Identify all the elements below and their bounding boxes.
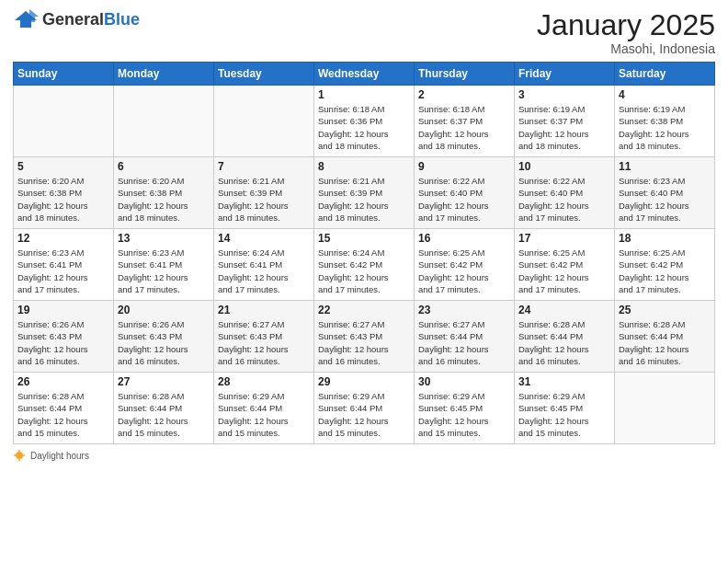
day-info: Sunrise: 6:20 AM Sunset: 6:38 PM Dayligh… xyxy=(17,175,109,224)
page: GeneralBlue January 2025 Masohi, Indones… xyxy=(0,0,728,563)
weekday-header-row: SundayMondayTuesdayWednesdayThursdayFrid… xyxy=(14,63,715,86)
calendar-cell: 19Sunrise: 6:26 AM Sunset: 6:43 PM Dayli… xyxy=(14,301,114,373)
day-info: Sunrise: 6:29 AM Sunset: 6:45 PM Dayligh… xyxy=(518,390,610,439)
sun-icon xyxy=(13,449,26,462)
calendar-cell: 3Sunrise: 6:19 AM Sunset: 6:37 PM Daylig… xyxy=(515,86,615,157)
day-info: Sunrise: 6:27 AM Sunset: 6:44 PM Dayligh… xyxy=(418,318,510,367)
day-number: 4 xyxy=(619,88,711,101)
day-info: Sunrise: 6:23 AM Sunset: 6:40 PM Dayligh… xyxy=(619,175,711,224)
svg-point-2 xyxy=(16,452,23,459)
day-info: Sunrise: 6:28 AM Sunset: 6:44 PM Dayligh… xyxy=(518,318,610,367)
calendar-cell xyxy=(14,86,114,157)
calendar-cell: 24Sunrise: 6:28 AM Sunset: 6:44 PM Dayli… xyxy=(515,301,615,373)
weekday-header-thursday: Thursday xyxy=(415,63,515,86)
day-info: Sunrise: 6:25 AM Sunset: 6:42 PM Dayligh… xyxy=(418,247,510,295)
day-info: Sunrise: 6:27 AM Sunset: 6:43 PM Dayligh… xyxy=(218,318,310,367)
day-info: Sunrise: 6:22 AM Sunset: 6:40 PM Dayligh… xyxy=(418,175,510,224)
calendar-cell xyxy=(114,86,214,157)
day-info: Sunrise: 6:28 AM Sunset: 6:44 PM Dayligh… xyxy=(17,390,109,439)
footer: Daylight hours xyxy=(13,449,715,462)
weekday-header-sunday: Sunday xyxy=(14,63,114,86)
logo-blue: Blue xyxy=(104,10,140,29)
calendar-cell: 14Sunrise: 6:24 AM Sunset: 6:41 PM Dayli… xyxy=(214,229,314,301)
daylight-legend: Daylight hours xyxy=(13,449,89,462)
calendar-cell xyxy=(615,373,715,444)
day-number: 20 xyxy=(118,304,210,316)
calendar-cell: 11Sunrise: 6:23 AM Sunset: 6:40 PM Dayli… xyxy=(615,157,715,229)
day-number: 15 xyxy=(318,232,410,245)
calendar-week-5: 26Sunrise: 6:28 AM Sunset: 6:44 PM Dayli… xyxy=(14,373,715,444)
day-info: Sunrise: 6:21 AM Sunset: 6:39 PM Dayligh… xyxy=(318,175,410,224)
day-number: 29 xyxy=(318,375,410,388)
calendar-table: SundayMondayTuesdayWednesdayThursdayFrid… xyxy=(13,62,715,444)
day-number: 3 xyxy=(518,88,610,101)
day-info: Sunrise: 6:29 AM Sunset: 6:45 PM Dayligh… xyxy=(418,390,510,439)
day-number: 14 xyxy=(218,232,310,245)
day-number: 6 xyxy=(118,160,210,173)
calendar-cell: 27Sunrise: 6:28 AM Sunset: 6:44 PM Dayli… xyxy=(114,373,214,444)
calendar-cell: 9Sunrise: 6:22 AM Sunset: 6:40 PM Daylig… xyxy=(415,157,515,229)
day-number: 21 xyxy=(218,304,310,316)
day-info: Sunrise: 6:21 AM Sunset: 6:39 PM Dayligh… xyxy=(218,175,310,224)
location-title: Masohi, Indonesia xyxy=(537,41,715,56)
calendar-cell: 31Sunrise: 6:29 AM Sunset: 6:45 PM Dayli… xyxy=(515,373,615,444)
day-number: 10 xyxy=(518,160,610,173)
day-info: Sunrise: 6:29 AM Sunset: 6:44 PM Dayligh… xyxy=(318,390,410,439)
day-info: Sunrise: 6:28 AM Sunset: 6:44 PM Dayligh… xyxy=(118,390,210,439)
title-block: January 2025 Masohi, Indonesia xyxy=(537,9,715,56)
day-number: 12 xyxy=(17,232,109,245)
day-info: Sunrise: 6:20 AM Sunset: 6:38 PM Dayligh… xyxy=(118,175,210,224)
weekday-header-wednesday: Wednesday xyxy=(314,63,415,86)
day-number: 7 xyxy=(218,160,310,173)
day-number: 9 xyxy=(418,160,510,173)
calendar-cell: 8Sunrise: 6:21 AM Sunset: 6:39 PM Daylig… xyxy=(314,157,415,229)
logo-general: General xyxy=(42,10,104,29)
calendar-cell: 12Sunrise: 6:23 AM Sunset: 6:41 PM Dayli… xyxy=(14,229,114,301)
day-number: 19 xyxy=(17,304,109,316)
calendar-cell: 4Sunrise: 6:19 AM Sunset: 6:38 PM Daylig… xyxy=(615,86,715,157)
day-info: Sunrise: 6:26 AM Sunset: 6:43 PM Dayligh… xyxy=(17,318,109,367)
calendar-cell: 5Sunrise: 6:20 AM Sunset: 6:38 PM Daylig… xyxy=(14,157,114,229)
calendar-week-2: 5Sunrise: 6:20 AM Sunset: 6:38 PM Daylig… xyxy=(14,157,715,229)
logo: GeneralBlue xyxy=(13,9,140,29)
weekday-header-friday: Friday xyxy=(515,63,615,86)
day-info: Sunrise: 6:23 AM Sunset: 6:41 PM Dayligh… xyxy=(17,247,109,295)
day-info: Sunrise: 6:24 AM Sunset: 6:42 PM Dayligh… xyxy=(318,247,410,295)
svg-marker-1 xyxy=(29,9,39,22)
weekday-header-monday: Monday xyxy=(114,63,214,86)
calendar-cell: 16Sunrise: 6:25 AM Sunset: 6:42 PM Dayli… xyxy=(415,229,515,301)
calendar-cell: 30Sunrise: 6:29 AM Sunset: 6:45 PM Dayli… xyxy=(415,373,515,444)
calendar-cell: 10Sunrise: 6:22 AM Sunset: 6:40 PM Dayli… xyxy=(515,157,615,229)
header: GeneralBlue January 2025 Masohi, Indones… xyxy=(13,9,715,56)
calendar-cell: 22Sunrise: 6:27 AM Sunset: 6:43 PM Dayli… xyxy=(314,301,415,373)
weekday-header-tuesday: Tuesday xyxy=(214,63,314,86)
calendar-cell: 15Sunrise: 6:24 AM Sunset: 6:42 PM Dayli… xyxy=(314,229,415,301)
calendar-cell: 13Sunrise: 6:23 AM Sunset: 6:41 PM Dayli… xyxy=(114,229,214,301)
month-title: January 2025 xyxy=(537,9,715,41)
day-number: 26 xyxy=(17,375,109,388)
calendar-week-3: 12Sunrise: 6:23 AM Sunset: 6:41 PM Dayli… xyxy=(14,229,715,301)
calendar-cell: 29Sunrise: 6:29 AM Sunset: 6:44 PM Dayli… xyxy=(314,373,415,444)
daylight-label: Daylight hours xyxy=(30,451,89,461)
calendar-cell: 17Sunrise: 6:25 AM Sunset: 6:42 PM Dayli… xyxy=(515,229,615,301)
calendar-cell: 28Sunrise: 6:29 AM Sunset: 6:44 PM Dayli… xyxy=(214,373,314,444)
day-number: 22 xyxy=(318,304,410,316)
calendar-cell: 26Sunrise: 6:28 AM Sunset: 6:44 PM Dayli… xyxy=(14,373,114,444)
logo-icon xyxy=(13,9,39,29)
day-number: 13 xyxy=(118,232,210,245)
calendar-cell: 21Sunrise: 6:27 AM Sunset: 6:43 PM Dayli… xyxy=(214,301,314,373)
calendar-cell: 1Sunrise: 6:18 AM Sunset: 6:36 PM Daylig… xyxy=(314,86,415,157)
day-info: Sunrise: 6:24 AM Sunset: 6:41 PM Dayligh… xyxy=(218,247,310,295)
day-number: 18 xyxy=(619,232,711,245)
day-info: Sunrise: 6:18 AM Sunset: 6:36 PM Dayligh… xyxy=(318,103,410,152)
day-info: Sunrise: 6:25 AM Sunset: 6:42 PM Dayligh… xyxy=(619,247,711,295)
day-info: Sunrise: 6:27 AM Sunset: 6:43 PM Dayligh… xyxy=(318,318,410,367)
day-info: Sunrise: 6:22 AM Sunset: 6:40 PM Dayligh… xyxy=(518,175,610,224)
day-info: Sunrise: 6:26 AM Sunset: 6:43 PM Dayligh… xyxy=(118,318,210,367)
calendar-cell: 7Sunrise: 6:21 AM Sunset: 6:39 PM Daylig… xyxy=(214,157,314,229)
calendar-cell xyxy=(214,86,314,157)
calendar-cell: 20Sunrise: 6:26 AM Sunset: 6:43 PM Dayli… xyxy=(114,301,214,373)
day-number: 17 xyxy=(518,232,610,245)
day-number: 11 xyxy=(619,160,711,173)
calendar-week-4: 19Sunrise: 6:26 AM Sunset: 6:43 PM Dayli… xyxy=(14,301,715,373)
